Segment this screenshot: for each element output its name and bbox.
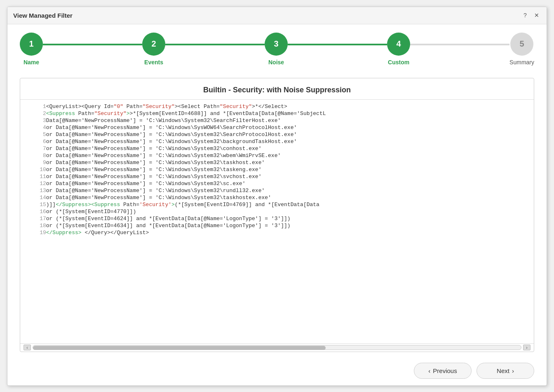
line-code: or Data[@Name='NewProcessName'] = 'C:\Wi… xyxy=(46,187,534,194)
prev-arrow-icon: ‹ xyxy=(428,367,430,374)
step-circle-3: 3 xyxy=(265,33,288,56)
table-row: 17 or (*[System[EventID=4624]] and *[Eve… xyxy=(20,215,534,222)
dialog-footer: ‹ Previous Next › xyxy=(7,356,547,385)
step-4: 4 Custom xyxy=(387,33,410,66)
horizontal-scrollbar[interactable]: ‹ › xyxy=(20,343,534,352)
line-number: 12 xyxy=(20,180,46,187)
table-row: 18 or (*[System[EventID=4634]] and *[Eve… xyxy=(20,222,534,229)
line-code: or Data[@Name='NewProcessName'] = 'C:\Wi… xyxy=(46,194,534,201)
line-number: 16 xyxy=(20,208,46,215)
close-icon[interactable]: ✕ xyxy=(533,11,541,19)
stepper: 1 Name 2 Events 3 Noise 4 Custom xyxy=(20,33,534,66)
step-circle-1: 1 xyxy=(20,33,43,56)
dialog-title: View Managed Filter xyxy=(13,12,73,19)
line-number: 9 xyxy=(20,159,46,166)
line-code: </Suppress> </Query></QueryList> xyxy=(46,229,534,236)
help-icon[interactable]: ? xyxy=(521,11,529,19)
step-line-4 xyxy=(410,44,509,45)
step-1: 1 Name xyxy=(20,33,43,66)
line-number: 3 xyxy=(20,117,46,124)
step-2: 2 Events xyxy=(142,33,165,66)
line-code: or (*[System[EventID=4634]] and *[EventD… xyxy=(46,222,534,229)
table-row: 12 or Data[@Name='NewProcessName'] = 'C:… xyxy=(20,180,534,187)
code-scroll[interactable]: 1<QueryList><Query Id="0" Path="Security… xyxy=(20,100,534,343)
line-number: 15 xyxy=(20,201,46,208)
dialog: View Managed Filter ? ✕ 1 Name 2 Events … xyxy=(7,7,547,386)
step-5: 5 Summary xyxy=(509,33,534,66)
line-code: or Data[@Name='NewProcessName'] = 'C:\Wi… xyxy=(46,145,534,152)
table-row: 16 or (*[System[EventID=4770]]) xyxy=(20,208,534,215)
scroll-thumb[interactable] xyxy=(33,346,326,350)
line-code: or Data[@Name='NewProcessName'] = 'C:\Wi… xyxy=(46,152,534,159)
code-table: 1<QueryList><Query Id="0" Path="Security… xyxy=(20,103,534,236)
line-code: or (*[System[EventID=4770]]) xyxy=(46,208,534,215)
titlebar-icons: ? ✕ xyxy=(521,11,541,19)
step-line-3 xyxy=(288,44,387,45)
next-arrow-icon: › xyxy=(512,367,514,374)
line-code: <QueryList><Query Id="0" Path="Security"… xyxy=(46,103,534,110)
line-number: 19 xyxy=(20,229,46,236)
line-code: Data[@Name='NewProcessName'] = 'C:\Windo… xyxy=(46,117,534,124)
code-area: 1<QueryList><Query Id="0" Path="Security… xyxy=(20,100,534,352)
table-row: 14 or Data[@Name='NewProcessName'] = 'C:… xyxy=(20,194,534,201)
line-number: 17 xyxy=(20,215,46,222)
titlebar: View Managed Filter ? ✕ xyxy=(7,7,547,24)
scroll-track[interactable] xyxy=(33,345,521,350)
table-row: 15)]]</Suppress><Suppress Path='Security… xyxy=(20,201,534,208)
step-label-1: Name xyxy=(23,59,39,66)
previous-label: Previous xyxy=(433,367,457,374)
dialog-body: 1 Name 2 Events 3 Noise 4 Custom xyxy=(7,24,547,356)
line-number: 6 xyxy=(20,138,46,145)
previous-button[interactable]: ‹ Previous xyxy=(414,363,472,379)
line-code: or Data[@Name='NewProcessName'] = 'C:\Wi… xyxy=(46,173,534,180)
line-number: 11 xyxy=(20,173,46,180)
next-label: Next xyxy=(497,367,509,374)
panel-title: Builtin - Security: with Noise Suppressi… xyxy=(20,78,534,100)
line-number: 1 xyxy=(20,103,46,110)
line-number: 18 xyxy=(20,222,46,229)
step-line-2 xyxy=(165,44,265,45)
table-row: 9 or Data[@Name='NewProcessName'] = 'C:\… xyxy=(20,159,534,166)
line-number: 10 xyxy=(20,166,46,173)
line-code: or Data[@Name='NewProcessName'] = 'C:\Wi… xyxy=(46,180,534,187)
step-label-2: Events xyxy=(144,59,163,66)
line-number: 4 xyxy=(20,124,46,131)
line-number: 8 xyxy=(20,152,46,159)
step-label-5: Summary xyxy=(509,59,534,66)
line-code: <Suppress Path="Security">>*[System[Even… xyxy=(46,110,534,117)
line-code: or Data[@Name='NewProcessName'] = 'C:\Wi… xyxy=(46,138,534,145)
table-row: 2<Suppress Path="Security">>*[System[Eve… xyxy=(20,110,534,117)
table-row: 7 or Data[@Name='NewProcessName'] = 'C:\… xyxy=(20,145,534,152)
table-row: 13 or Data[@Name='NewProcessName'] = 'C:… xyxy=(20,187,534,194)
line-code: or Data[@Name='NewProcessName'] = 'C:\Wi… xyxy=(46,166,534,173)
table-row: 5 or Data[@Name='NewProcessName'] = 'C:\… xyxy=(20,131,534,138)
table-row: 3Data[@Name='NewProcessName'] = 'C:\Wind… xyxy=(20,117,534,124)
content-panel: Builtin - Security: with Noise Suppressi… xyxy=(20,78,534,352)
line-code: or Data[@Name='NewProcessName'] = 'C:\Wi… xyxy=(46,159,534,166)
table-row: 11 or Data[@Name='NewProcessName'] = 'C:… xyxy=(20,173,534,180)
step-circle-2: 2 xyxy=(142,33,165,56)
table-row: 6 or Data[@Name='NewProcessName'] = 'C:\… xyxy=(20,138,534,145)
step-3: 3 Noise xyxy=(265,33,288,66)
table-row: 19</Suppress> </Query></QueryList> xyxy=(20,229,534,236)
line-number: 13 xyxy=(20,187,46,194)
step-circle-4: 4 xyxy=(387,33,410,56)
table-row: 10 or Data[@Name='NewProcessName'] = 'C:… xyxy=(20,166,534,173)
step-label-4: Custom xyxy=(388,59,409,66)
table-row: 8 or Data[@Name='NewProcessName'] = 'C:\… xyxy=(20,152,534,159)
line-code: or Data[@Name='NewProcessName'] = 'C:\Wi… xyxy=(46,124,534,131)
table-row: 1<QueryList><Query Id="0" Path="Security… xyxy=(20,103,534,110)
step-label-3: Noise xyxy=(268,59,284,66)
line-code: )]]</Suppress><Suppress Path='Security'>… xyxy=(46,201,534,208)
line-code: or Data[@Name='NewProcessName'] = 'C:\Wi… xyxy=(46,131,534,138)
step-line-1 xyxy=(43,44,142,45)
scroll-right-arrow[interactable]: › xyxy=(523,345,531,350)
line-code: or (*[System[EventID=4624]] and *[EventD… xyxy=(46,215,534,222)
step-circle-5: 5 xyxy=(510,33,533,56)
line-number: 14 xyxy=(20,194,46,201)
scroll-left-arrow[interactable]: ‹ xyxy=(23,345,31,350)
line-number: 5 xyxy=(20,131,46,138)
line-number: 7 xyxy=(20,145,46,152)
next-button[interactable]: Next › xyxy=(477,363,534,379)
line-number: 2 xyxy=(20,110,46,117)
